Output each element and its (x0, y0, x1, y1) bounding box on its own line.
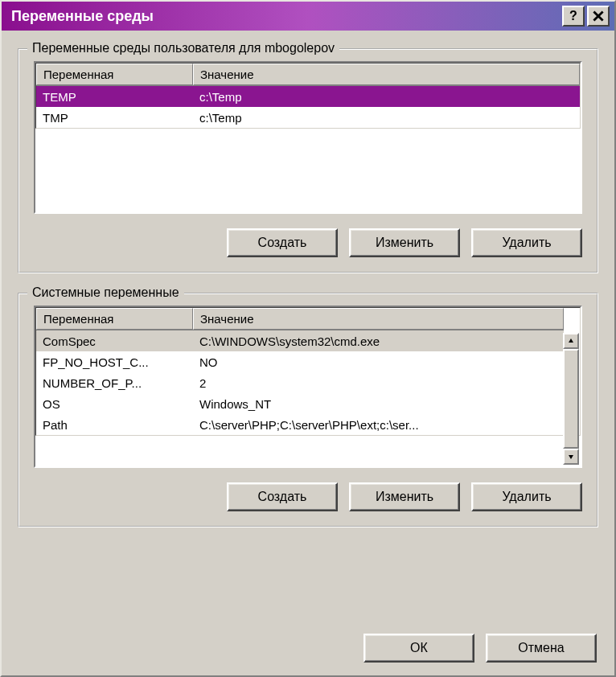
cell-variable: TMP (36, 109, 193, 126)
cell-variable: TEMP (36, 88, 193, 105)
window-title: Переменные среды (6, 8, 562, 25)
create-button[interactable]: Создать (227, 482, 338, 511)
list-body: ComSpecC:\WINDOWS\system32\cmd.exeFP_NO_… (36, 330, 564, 435)
scroll-up-icon[interactable] (563, 333, 579, 349)
environment-variables-dialog: Переменные среды ? Переменные среды поль… (0, 0, 616, 677)
column-header-value[interactable]: Значение (193, 64, 580, 85)
dialog-content: Переменные среды пользователя для mbogol… (2, 31, 614, 675)
list-body: TEMPc:\TempTMPc:\Temp (36, 86, 580, 128)
titlebar: Переменные среды ? (2, 2, 614, 31)
user-group-legend: Переменные среды пользователя для mbogol… (27, 41, 339, 55)
help-icon[interactable]: ? (562, 6, 585, 27)
system-buttons-row: Создать Изменить Удалить (34, 482, 582, 511)
cell-value: c:\Temp (193, 88, 580, 105)
table-row[interactable]: FP_NO_HOST_C...NO (36, 351, 564, 372)
list-header: Переменная Значение (36, 308, 564, 330)
cell-value: Windows_NT (193, 396, 564, 412)
system-variables-list[interactable]: Переменная Значение ComSpecC:\WINDOWS\sy… (34, 306, 582, 468)
scroll-track[interactable] (563, 349, 579, 449)
cell-value: 2 (193, 375, 564, 392)
table-row[interactable]: PathC:\server\PHP;C:\server\PHP\ext;c:\s… (36, 414, 564, 435)
cell-value: c:\Temp (193, 109, 580, 126)
column-header-value[interactable]: Значение (193, 308, 564, 330)
ok-button[interactable]: ОК (363, 634, 474, 663)
system-variables-group: Системные переменные Переменная Значение… (18, 293, 598, 527)
cell-variable: FP_NO_HOST_C... (36, 354, 193, 371)
table-row[interactable]: TEMPc:\Temp (36, 86, 580, 107)
table-row[interactable]: ComSpecC:\WINDOWS\system32\cmd.exe (36, 330, 564, 351)
cell-variable: Path (36, 416, 193, 433)
user-variables-group: Переменные среды пользователя для mbogol… (18, 48, 598, 273)
create-button[interactable]: Создать (227, 228, 338, 257)
system-group-legend: Системные переменные (27, 285, 184, 300)
vertical-scrollbar[interactable] (563, 333, 579, 465)
edit-button[interactable]: Изменить (349, 228, 460, 257)
cancel-button[interactable]: Отмена (486, 634, 597, 663)
cell-value: C:\server\PHP;C:\server\PHP\ext;c:\ser..… (193, 416, 564, 433)
cell-value: NO (193, 354, 564, 371)
column-header-variable[interactable]: Переменная (36, 64, 193, 85)
table-row[interactable]: NUMBER_OF_P...2 (36, 372, 564, 393)
user-buttons-row: Создать Изменить Удалить (34, 228, 582, 257)
delete-button[interactable]: Удалить (471, 228, 582, 257)
edit-button[interactable]: Изменить (349, 482, 460, 511)
dialog-buttons-row: ОК Отмена (18, 630, 598, 663)
user-variables-list[interactable]: Переменная Значение TEMPc:\TempTMPc:\Tem… (34, 61, 582, 214)
cell-value: C:\WINDOWS\system32\cmd.exe (193, 333, 564, 350)
table-row[interactable]: TMPc:\Temp (36, 107, 580, 128)
table-row[interactable]: OSWindows_NT (36, 393, 564, 414)
scroll-down-icon[interactable] (563, 449, 579, 465)
scroll-thumb[interactable] (563, 349, 579, 449)
cell-variable: OS (36, 396, 193, 412)
cell-variable: ComSpec (36, 333, 193, 350)
cell-variable: NUMBER_OF_P... (36, 375, 193, 392)
column-header-variable[interactable]: Переменная (36, 308, 193, 330)
titlebar-buttons: ? (562, 6, 610, 27)
close-icon[interactable] (587, 6, 610, 27)
list-header: Переменная Значение (36, 64, 580, 86)
delete-button[interactable]: Удалить (471, 482, 582, 511)
